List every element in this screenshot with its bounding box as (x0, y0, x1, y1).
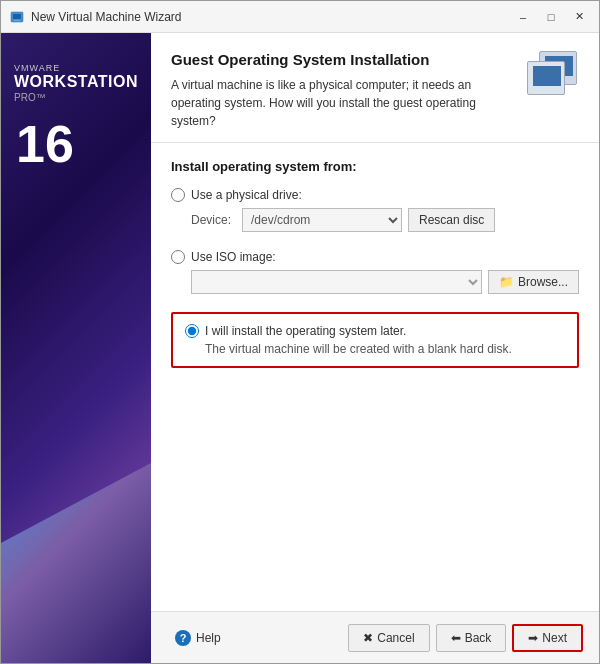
help-button[interactable]: ? Help (167, 626, 229, 650)
help-label: Help (196, 631, 221, 645)
brand-label: vmware (14, 63, 60, 73)
cancel-button[interactable]: ✖ Cancel (348, 624, 429, 652)
header-section: Guest Operating System Installation A vi… (151, 33, 599, 143)
physical-drive-radio[interactable] (171, 188, 185, 202)
window-title: New Virtual Machine Wizard (31, 10, 511, 24)
page-title: Guest Operating System Installation (171, 51, 517, 68)
options-title: Install operating system from: (171, 159, 579, 174)
back-label: Back (465, 631, 492, 645)
sidebar: vmware WORKSTATION PRO™ 16 (1, 33, 151, 663)
maximize-button[interactable]: □ (539, 7, 563, 27)
product-line1: WORKSTATION (14, 73, 138, 91)
next-label: Next (542, 631, 567, 645)
install-later-radio[interactable] (185, 324, 199, 338)
brand-area: vmware WORKSTATION PRO™ (1, 53, 151, 113)
install-later-box: I will install the operating system late… (171, 312, 579, 368)
physical-drive-group: Use a physical drive: Device: /dev/cdrom… (171, 188, 579, 232)
action-buttons: ✖ Cancel ⬅ Back ➡ Next (348, 624, 583, 652)
device-label: Device: (191, 213, 236, 227)
minimize-button[interactable]: – (511, 7, 535, 27)
iso-image-radio[interactable] (171, 250, 185, 264)
main-window: New Virtual Machine Wizard – □ ✕ vmware … (0, 0, 600, 664)
install-later-label: I will install the operating system late… (205, 324, 406, 338)
vm-icon-screen2 (533, 66, 561, 86)
iso-radio-row: Use ISO image: (171, 250, 579, 264)
device-row: Device: /dev/cdrom Rescan disc (191, 208, 579, 232)
folder-icon: 📁 (499, 275, 514, 289)
iso-image-group: Use ISO image: 📁 Browse... (171, 250, 579, 294)
browse-label: Browse... (518, 275, 568, 289)
cancel-label: Cancel (377, 631, 414, 645)
next-button[interactable]: ➡ Next (512, 624, 583, 652)
iso-select[interactable] (191, 270, 482, 294)
physical-drive-label: Use a physical drive: (191, 188, 302, 202)
install-later-row: I will install the operating system late… (185, 324, 565, 338)
options-section: Install operating system from: Use a phy… (151, 143, 599, 611)
back-icon: ⬅ (451, 631, 461, 645)
vm-icon (527, 51, 579, 95)
close-button[interactable]: ✕ (567, 7, 591, 27)
titlebar: New Virtual Machine Wizard – □ ✕ (1, 1, 599, 33)
device-select[interactable]: /dev/cdrom (242, 208, 402, 232)
help-icon: ? (175, 630, 191, 646)
header-text: Guest Operating System Installation A vi… (171, 51, 517, 130)
vm-icon-front (527, 61, 565, 95)
iso-row: 📁 Browse... (191, 270, 579, 294)
main-panel: Guest Operating System Installation A vi… (151, 33, 599, 663)
bottom-bar: ? Help ✖ Cancel ⬅ Back ➡ Next (151, 611, 599, 663)
next-icon: ➡ (528, 631, 538, 645)
titlebar-controls: – □ ✕ (511, 7, 591, 27)
back-button[interactable]: ⬅ Back (436, 624, 507, 652)
page-description: A virtual machine is like a physical com… (171, 76, 517, 130)
browse-button[interactable]: 📁 Browse... (488, 270, 579, 294)
version-number: 16 (1, 118, 74, 170)
svg-rect-2 (14, 20, 20, 21)
physical-drive-row: Use a physical drive: (171, 188, 579, 202)
install-later-desc: The virtual machine will be created with… (205, 342, 565, 356)
header-icon (527, 51, 579, 95)
product-line2: PRO™ (14, 92, 46, 103)
cancel-icon: ✖ (363, 631, 373, 645)
svg-rect-1 (13, 14, 21, 19)
iso-image-label: Use ISO image: (191, 250, 276, 264)
app-icon (9, 9, 25, 25)
content-area: vmware WORKSTATION PRO™ 16 Guest Operati… (1, 33, 599, 663)
rescan-button[interactable]: Rescan disc (408, 208, 495, 232)
